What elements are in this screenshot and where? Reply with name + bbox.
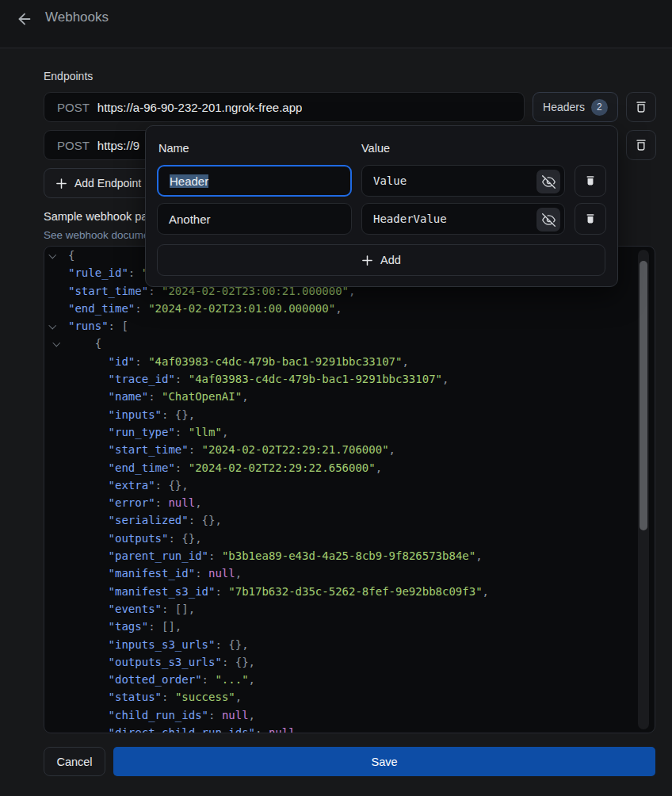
endpoints-label: Endpoints [44,70,93,82]
endpoint-url-value: https://a-96-90-232-201.ngrok-free.app [97,101,303,114]
delete-endpoint-button[interactable] [626,130,656,160]
toggle-visibility-button[interactable] [536,208,560,232]
toggle-visibility-button[interactable] [536,170,560,193]
add-header-label: Add [380,254,401,266]
header-value-input[interactable]: Value [361,165,565,197]
sample-payload-code-block[interactable]: {"rule_id": "...","start_time": "2024-02… [44,246,655,733]
save-button[interactable]: Save [113,747,655,776]
header-value-text: Value [373,174,407,187]
delete-endpoint-button[interactable] [626,92,656,122]
add-endpoint-label: Add Endpoint [74,177,141,189]
headers-count-badge: 2 [591,99,608,116]
page-title: Webhooks [45,10,109,25]
trash-icon [633,137,649,153]
headers-popup: Name Value Header Value Another HeaderVa… [145,125,618,287]
header-value-text: HeaderValue [373,212,447,225]
save-button-label: Save [371,756,397,768]
code-lines: {"rule_id": "...","start_time": "2024-02… [44,247,655,733]
header-name-value: Another [169,212,211,226]
header-value-input[interactable]: HeaderValue [361,203,565,235]
plus-icon [55,178,67,189]
endpoint-url-value: https://9 [97,139,139,152]
http-method-label: POST [57,101,90,114]
eye-off-icon [542,213,556,227]
header-name-input[interactable]: Another [157,203,352,235]
cancel-button-label: Cancel [56,756,92,768]
plus-icon [361,254,373,266]
header-name-value: Header [170,174,208,188]
endpoint-url-input[interactable]: POST https://a-96-90-232-201.ngrok-free.… [44,92,525,122]
scrollbar-thumb[interactable] [640,261,647,530]
top-bar: Webhooks [0,0,672,48]
delete-header-button[interactable] [575,203,606,235]
trash-icon [633,99,649,115]
http-method-label: POST [57,139,90,152]
headers-button-label: Headers [543,101,585,113]
arrow-left-icon [16,10,33,28]
delete-header-button[interactable] [575,165,606,197]
add-header-button[interactable]: Add [157,244,605,276]
eye-off-icon [542,175,556,189]
trash-icon [583,212,598,226]
name-column-header: Name [158,142,189,155]
cancel-button[interactable]: Cancel [44,747,105,776]
headers-button[interactable]: Headers 2 [533,92,618,122]
webhooks-screen: Webhooks Endpoints POST https://a-96-90-… [0,0,672,796]
back-button[interactable] [14,9,35,29]
value-column-header: Value [361,142,390,155]
header-name-input[interactable]: Header [157,165,352,197]
trash-icon [583,174,598,188]
